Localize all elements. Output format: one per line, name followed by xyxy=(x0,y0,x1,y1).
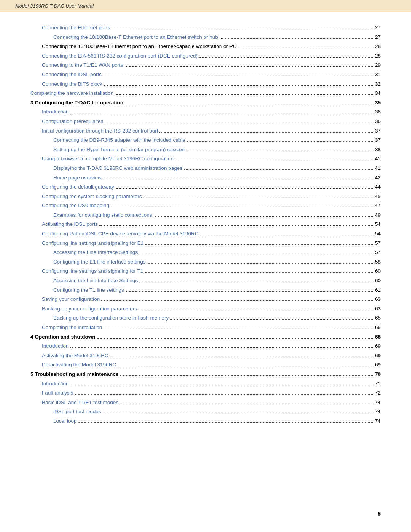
list-item[interactable]: Activating the iDSL ports54 xyxy=(30,220,381,228)
toc-page-number: 38 xyxy=(375,145,381,154)
toc-page-number: 60 xyxy=(375,276,381,285)
toc-dots xyxy=(120,375,373,376)
list-item[interactable]: Configuring the T1 line settings61 xyxy=(30,286,381,294)
toc-page-number: 34 xyxy=(375,89,381,97)
list-item[interactable]: Connecting the 10/100Base-T Ethernet por… xyxy=(30,42,381,51)
toc-page-number: 63 xyxy=(375,295,381,304)
toc-dots xyxy=(170,319,373,320)
toc-label-text: Basic iDSL and T1/E1 test modes xyxy=(42,399,118,405)
toc-dots xyxy=(184,169,373,170)
toc-page-number: 28 xyxy=(375,42,381,51)
list-item[interactable]: Fault analysis72 xyxy=(30,389,381,397)
list-item[interactable]: Connecting the Ethernet ports27 xyxy=(30,24,381,32)
list-item[interactable]: 5Troubleshooting and maintenance70 xyxy=(30,370,381,379)
toc-page-number: 47 xyxy=(375,201,381,210)
list-item[interactable]: Completing the hardware installation34 xyxy=(30,89,381,97)
list-item[interactable]: Basic iDSL and T1/E1 test modes74 xyxy=(30,398,381,407)
toc-label-text: Completing the installation xyxy=(42,324,102,330)
toc-page-number: 74 xyxy=(375,417,381,425)
toc-page-number: 35 xyxy=(375,99,381,107)
list-item[interactable]: Introduction71 xyxy=(30,380,381,388)
toc-dots xyxy=(139,310,373,310)
list-item[interactable]: Home page overview42 xyxy=(30,174,381,182)
list-item[interactable]: Completing the installation66 xyxy=(30,323,381,332)
list-item[interactable]: Connecting to the T1/E1 WAN ports29 xyxy=(30,61,381,69)
toc-page-number: 41 xyxy=(375,164,381,173)
list-item[interactable]: Activating the Model 3196RC69 xyxy=(30,351,381,360)
toc-page-number: 37 xyxy=(375,136,381,144)
toc-label-text: Using a browser to complete Model 3196RC… xyxy=(42,156,174,161)
list-item[interactable]: Connecting the iDSL ports31 xyxy=(30,70,381,79)
list-item[interactable]: Configuring the system clocking paramete… xyxy=(30,192,381,201)
toc-item-label: 5Troubleshooting and maintenance xyxy=(30,370,118,379)
list-item[interactable]: Configuration prerequisites36 xyxy=(30,117,381,126)
list-item[interactable]: Saving your configuration63 xyxy=(30,295,381,304)
list-item[interactable]: Accessing the Line Interface Settings57 xyxy=(30,248,381,257)
toc-item-label: Configuring line settings and signaling … xyxy=(42,267,143,275)
toc-item-label: Configuring the system clocking paramete… xyxy=(42,192,142,201)
list-item[interactable]: Configuring the default gateway44 xyxy=(30,183,381,191)
list-item[interactable]: 3Configuring the T-DAC for operation35 xyxy=(30,99,381,107)
toc-label-text: Backing up the configuration store in fl… xyxy=(53,315,169,321)
toc-dots xyxy=(70,113,373,113)
list-item[interactable]: De-activating the Model 3196RC69 xyxy=(30,361,381,369)
toc-item-label: De-activating the Model 3196RC xyxy=(42,361,116,369)
toc-item-label: Connecting the iDSL ports xyxy=(42,70,102,79)
toc-item-label: Connecting the DB9-RJ45 adapter with the… xyxy=(53,136,185,144)
toc-dots xyxy=(125,66,373,67)
toc-dots xyxy=(75,394,373,395)
header-bar: Model 3196RC T-DAC User Manual xyxy=(0,0,411,12)
list-item[interactable]: Configuring line settings and signaling … xyxy=(30,239,381,248)
toc-dots xyxy=(111,207,373,207)
list-item[interactable]: Connecting the 10/100Base-T Ethernet por… xyxy=(30,33,381,42)
toc-dots xyxy=(187,141,373,142)
list-item[interactable]: Setting up the HyperTerminal (or similar… xyxy=(30,145,381,154)
toc-item-label: Configuring line settings and signaling … xyxy=(42,239,143,248)
list-item[interactable]: Backing up your configuration parameters… xyxy=(30,305,381,313)
list-item[interactable]: Backing up the configuration store in fl… xyxy=(30,314,381,322)
toc-page-number: 69 xyxy=(375,351,381,360)
toc-page-number: 61 xyxy=(375,286,381,294)
list-item[interactable]: 4Operation and shutdown68 xyxy=(30,333,381,341)
toc-dots xyxy=(147,263,373,264)
list-item[interactable]: Introduction36 xyxy=(30,108,381,116)
toc-page-number: 72 xyxy=(375,389,381,397)
section-number: 3 xyxy=(30,100,33,105)
toc-dots xyxy=(105,123,373,123)
toc-label-text: Accessing the Line Interface Settings xyxy=(53,249,138,255)
toc-label-text: Introduction xyxy=(42,343,69,349)
toc-page-number: 54 xyxy=(375,220,381,228)
list-item[interactable]: Connecting the EIA-561 RS-232 configurat… xyxy=(30,52,381,60)
list-item[interactable]: Configuring line settings and signaling … xyxy=(30,267,381,275)
toc-page-number: 58 xyxy=(375,258,381,266)
list-item[interactable]: iDSL port test modes74 xyxy=(30,407,381,416)
list-item[interactable]: Accessing the Line Interface Settings60 xyxy=(30,276,381,285)
toc-label-text: Home page overview xyxy=(53,175,102,181)
toc-page-number: 29 xyxy=(375,61,381,69)
toc-dots xyxy=(159,132,373,133)
toc-label-text: Configuring line settings and signaling … xyxy=(42,240,143,246)
list-item[interactable]: Displaying the T-DAC 3196RC web administ… xyxy=(30,164,381,173)
toc-label-text: Activating the Model 3196RC xyxy=(42,353,108,358)
toc-page-number: 32 xyxy=(375,80,381,88)
toc-dots xyxy=(139,254,373,254)
list-item[interactable]: Introduction69 xyxy=(30,342,381,350)
toc-label-text: Introduction xyxy=(42,381,69,387)
list-item[interactable]: Examples for configuring static connecti… xyxy=(30,211,381,219)
toc-label-text: Fault analysis xyxy=(42,390,73,396)
toc-page-number: 69 xyxy=(375,342,381,350)
list-item[interactable]: Configuring Patton iDSL CPE device remot… xyxy=(30,230,381,238)
list-item[interactable]: Connecting the BITS clock32 xyxy=(30,80,381,88)
toc-page-number: 42 xyxy=(375,174,381,182)
list-item[interactable]: Local loop74 xyxy=(30,417,381,425)
toc-item-label: Introduction xyxy=(42,342,69,350)
list-item[interactable]: Configuring the E1 line interface settin… xyxy=(30,258,381,266)
toc-label-text: Completing the hardware installation xyxy=(30,90,113,96)
list-item[interactable]: Initial configuration through the RS-232… xyxy=(30,127,381,135)
list-item[interactable]: Using a browser to complete Model 3196RC… xyxy=(30,155,381,163)
toc-dots xyxy=(126,291,373,292)
toc-item-label: Configuring Patton iDSL CPE device remot… xyxy=(42,230,198,238)
list-item[interactable]: Connecting the DB9-RJ45 adapter with the… xyxy=(30,136,381,144)
toc-item-label: Introduction xyxy=(42,108,69,116)
list-item[interactable]: Configuring the DS0 mapping47 xyxy=(30,201,381,210)
